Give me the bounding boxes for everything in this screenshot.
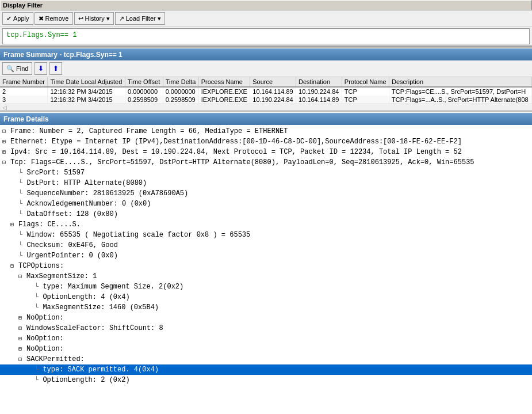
detail-line[interactable]: └ SequenceNumber: 2810613925 (0xA78690A5… [0,188,532,199]
detail-line[interactable]: ⊞ Ethernet: Etype = Internet IP (IPv4),D… [0,136,532,147]
history-icon: ↩ [78,15,83,22]
find-button[interactable]: 🔍 Find [2,62,32,75]
detail-text: Tcp: Flags=CE....S., SrcPort=51597, DstP… [10,158,474,166]
arrow-down-button[interactable]: ⬇ [35,62,47,75]
table-row[interactable]: 312:16:32 PM 3/4/20150.25985090.2598509I… [0,96,532,104]
collapse-icon[interactable]: ⊟ [10,262,18,271]
detail-line[interactable]: └ Checksum: 0xE4F6, Good [0,240,532,250]
detail-text: Frame: Number = 2, Captured Frame Length… [10,127,288,135]
detail-text: DstPort: HTTP Alternate(8080) [26,179,147,187]
detail-text: TCPOptions: [18,262,64,270]
expand-icon[interactable]: ⊞ [2,148,10,157]
col-time-offset[interactable]: Time Offset [125,77,163,87]
col-description[interactable]: Description [389,77,532,87]
remove-button[interactable]: ✖ Remove [35,12,73,25]
frame-summary-header: Frame Summary - tcp.Flags.Syn== 1 [0,48,532,60]
col-frame-number[interactable]: Frame Number [0,77,48,87]
detail-text: NoOption: [26,314,64,322]
detail-text: SequenceNumber: 2810613925 (0xA78690A5) [26,189,188,197]
frame-table-wrapper: Frame Number Time Date Local Adjusted Ti… [0,77,532,104]
detail-text: type: Maximum Segment Size. 2(0x2) [43,283,183,291]
detail-line[interactable]: ⊟ SACKPermitted: [0,354,532,364]
tree-connector: └ [18,179,26,187]
detail-line[interactable]: └ DstPort: HTTP Alternate(8080) [0,178,532,188]
load-icon: ↗ [119,15,124,22]
remove-icon: ✖ [39,15,44,22]
collapse-icon[interactable]: ⊟ [18,355,26,364]
detail-line[interactable]: ⊟ TCPOptions: [0,261,532,271]
scroll-indicator: ◁ [0,104,7,111]
expand-icon[interactable]: ⊞ [18,314,26,322]
tree-connector: └ [35,303,43,312]
detail-line[interactable]: └ MaxSegmentSize: 1460 (0x5B4) [0,302,532,313]
detail-line[interactable]: ⊞ WindowsScaleFactor: ShiftCount: 8 [0,323,532,333]
table-header-row: Frame Number Time Date Local Adjusted Ti… [0,77,532,87]
collapse-icon[interactable]: ⊟ [2,127,10,136]
detail-text: NoOption: [26,345,64,353]
tree-connector: └ [18,169,26,177]
history-button[interactable]: ↩ History ▾ [74,12,114,25]
expand-icon[interactable]: ⊞ [18,345,26,354]
detail-line[interactable]: └ AcknowledgementNumber: 0 (0x0) [0,199,532,209]
expand-icon[interactable]: ⊞ [18,335,26,343]
arrow-up-button[interactable]: ⬆ [49,62,62,75]
detail-line[interactable]: ⊞ Flags: CE....S. [0,219,532,230]
col-destination[interactable]: Destination [296,77,342,87]
tree-connector: └ [35,283,43,291]
detail-text: SrcPort: 51597 [26,169,85,177]
detail-line[interactable]: ⊟ Frame: Number = 2, Captured Frame Leng… [0,126,532,136]
detail-text: Flags: CE....S. [18,221,81,229]
detail-text: WindowsScaleFactor: ShiftCount: 8 [26,324,163,332]
detail-line[interactable]: ⊞ NoOption: [0,344,532,354]
apply-button[interactable]: ✔ Apply [2,12,33,25]
col-process-name[interactable]: Process Name [198,77,250,87]
detail-text: UrgentPointer: 0 (0x0) [26,252,117,260]
main-container: Display Filter ✔ Apply ✖ Remove ↩ Histor… [0,0,532,414]
frame-table-body: 212:16:32 PM 3/4/20150.00000000.0000000I… [0,87,532,104]
tree-connector: └ [35,293,43,301]
detail-line[interactable]: ⊟ MaxSegmentSize: 1 [0,271,532,282]
detail-line[interactable]: └ DataOffset: 128 (0x80) [0,209,532,219]
expand-icon[interactable]: ⊞ [18,324,26,333]
col-protocol-name[interactable]: Protocol Name [342,77,389,87]
tree-connector: └ [35,376,43,384]
filter-input[interactable]: tcp.Flags.Syn== 1 [2,28,530,44]
col-source[interactable]: Source [250,77,296,87]
detail-text: OptionLength: 2 (0x2) [43,376,129,384]
detail-line[interactable]: ⊞ NoOption: [0,313,532,323]
detail-text: AcknowledgementNumber: 0 (0x0) [26,200,151,208]
detail-text: Ethernet: Etype = Internet IP (IPv4),Des… [10,138,462,146]
detail-line[interactable]: └ UrgentPointer: 0 (0x0) [0,250,532,261]
detail-text: DataOffset: 128 (0x80) [26,210,117,218]
detail-line[interactable]: ⊞ Ipv4: Src = 10.164.114.89, Dest = 10.1… [0,147,532,157]
find-toolbar: 🔍 Find ⬇ ⬆ [0,60,532,77]
detail-line[interactable]: ⊟ Tcp: Flags=CE....S., SrcPort=51597, Ds… [0,157,532,168]
detail-line[interactable]: ⊞ NoOption: [0,333,532,344]
col-time-delta[interactable]: Time Delta [163,77,198,87]
frame-summary-section: Frame Summary - tcp.Flags.Syn== 1 🔍 Find… [0,48,532,111]
detail-text: type: SACK permitted. 4(0x4) [43,366,159,374]
detail-line[interactable]: └ SrcPort: 51597 [0,168,532,178]
tree-connector: └ [18,231,26,239]
collapse-icon[interactable]: ⊟ [2,158,10,167]
detail-line[interactable]: └ Window: 65535 ( Negotiating scale fact… [0,230,532,240]
detail-line[interactable]: └ OptionLength: 2 (0x2) [0,375,532,385]
table-row[interactable]: 212:16:32 PM 3/4/20150.00000000.0000000I… [0,87,532,96]
tree-connector: └ [18,189,26,197]
detail-line[interactable]: └ type: SACK permitted. 4(0x4) [0,364,532,375]
display-filter-section: Display Filter ✔ Apply ✖ Remove ↩ Histor… [0,0,532,46]
frame-table: Frame Number Time Date Local Adjusted Ti… [0,77,532,104]
detail-text: Ipv4: Src = 10.164.114.89, Dest = 10.190… [10,148,462,156]
filter-toolbar: ✔ Apply ✖ Remove ↩ History ▾ ↗ Load Filt… [0,10,532,27]
expand-icon[interactable]: ⊞ [10,221,18,229]
detail-line[interactable]: └ OptionLength: 4 (0x4) [0,292,532,302]
col-time-date[interactable]: Time Date Local Adjusted [48,77,125,87]
collapse-icon[interactable]: ⊟ [18,272,26,281]
expand-icon[interactable]: ⊞ [2,138,10,146]
find-icon: 🔍 [6,65,14,73]
detail-text: Checksum: 0xE4F6, Good [26,241,117,249]
load-filter-button[interactable]: ↗ Load Filter ▾ [115,12,165,25]
detail-text: SACKPermitted: [26,355,85,363]
detail-line[interactable]: └ type: Maximum Segment Size. 2(0x2) [0,282,532,292]
horizontal-scrollbar[interactable]: ◁ [0,104,532,111]
